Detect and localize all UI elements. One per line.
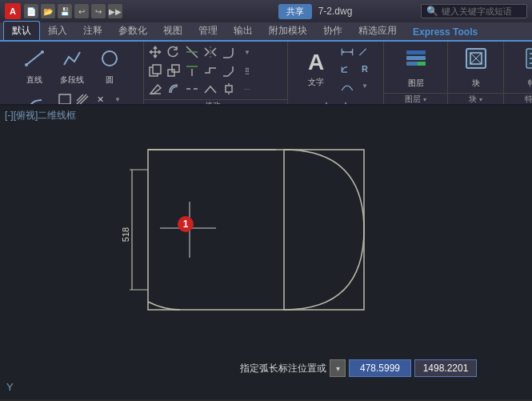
properties-button[interactable]: 特性 <box>508 45 533 90</box>
tab-view[interactable]: 视图 <box>155 22 190 40</box>
block-group-label[interactable]: 块 ▾ <box>448 93 503 105</box>
joinline-tool[interactable] <box>202 82 218 96</box>
search-box[interactable]: 🔍 <box>421 4 527 18</box>
group-layers: 图层 图层 ▾ <box>384 42 448 104</box>
tab-selectapply[interactable]: 精选应用 <box>350 22 405 40</box>
erase-tool[interactable] <box>147 82 163 96</box>
arc-button[interactable]: 圆弧 <box>18 93 53 106</box>
cmd-input2[interactable] <box>414 359 477 377</box>
array-tool[interactable]: ⣿ <box>239 63 255 78</box>
search-icon: 🔍 <box>426 6 438 17</box>
group-properties: 特性 特性 ▾ <box>504 42 532 104</box>
svg-line-0 <box>26 52 42 65</box>
modify-tools: ▼ ⣿ ⋯ <box>144 42 287 99</box>
hatch-tool[interactable] <box>74 92 90 106</box>
circle-button[interactable]: 圆 <box>92 45 127 90</box>
tab-insert[interactable]: 插入 <box>40 22 75 40</box>
more-draw[interactable]: ▼ <box>110 92 126 106</box>
properties-group-label[interactable]: 特性 ▾ <box>504 93 532 105</box>
dim-radius[interactable]: R <box>357 62 373 76</box>
tab-collaborate[interactable]: 协作 <box>315 22 350 40</box>
explode-tool[interactable] <box>221 82 237 96</box>
cmd-input1[interactable] <box>349 359 411 377</box>
stretch-tool[interactable] <box>202 63 218 78</box>
trim-tool[interactable] <box>184 45 200 59</box>
tab-output[interactable]: 输出 <box>226 22 261 40</box>
svg-rect-20 <box>172 65 179 72</box>
offset-tool[interactable] <box>166 82 182 96</box>
cmd-dropdown-btn[interactable]: ▾ <box>330 359 346 377</box>
rotate-tool[interactable] <box>166 45 182 59</box>
redo-icon[interactable]: ↪ <box>91 4 106 18</box>
command-bar: 指定弧长标注位置或 ▾ <box>240 359 477 377</box>
tab-default[interactable]: 默认 <box>3 21 40 40</box>
dim-more[interactable]: ▼ <box>357 78 373 93</box>
search-input[interactable] <box>442 6 522 16</box>
tab-addon[interactable]: 附加模块 <box>261 22 315 40</box>
svg-rect-18 <box>153 65 161 74</box>
break-tool[interactable] <box>184 82 200 96</box>
group-annotation: A 文字 R ▼ <box>288 42 384 104</box>
svg-line-37 <box>359 49 366 55</box>
svg-rect-44 <box>406 56 426 60</box>
text-label: 文字 <box>308 77 324 88</box>
chamfer-tool[interactable] <box>221 63 237 78</box>
canvas-area[interactable]: [-][俯视]二维线框 1 518 指定弧长标注位置或 ▾ Y <box>0 106 532 399</box>
dim-angular[interactable] <box>339 62 355 76</box>
title-toolbar: 📄 📂 💾 ↩ ↪ ▶▶ <box>24 4 122 18</box>
svg-point-3 <box>102 51 117 66</box>
scale-tool[interactable] <box>166 63 182 78</box>
move-tool[interactable] <box>147 45 163 59</box>
annotation-tools: A 文字 R ▼ <box>288 42 383 106</box>
open-icon[interactable]: 📂 <box>41 4 55 18</box>
svg-line-7 <box>77 94 83 101</box>
filename: 7-2.dwg <box>318 6 353 17</box>
text-button[interactable]: A 文字 <box>298 46 334 91</box>
polyline-icon <box>62 49 82 73</box>
undo-icon[interactable]: ↩ <box>74 4 89 18</box>
block-button[interactable]: 块 <box>452 45 500 90</box>
arc-icon <box>26 97 45 106</box>
rect-tool[interactable] <box>57 92 73 106</box>
dim-arc[interactable] <box>339 78 355 93</box>
block-label: 块 <box>472 78 480 89</box>
polyline-button[interactable]: 多段线 <box>54 45 90 90</box>
share-button[interactable]: 共享 <box>278 4 312 19</box>
tab-annotate[interactable]: 注释 <box>75 22 110 40</box>
extend-tool[interactable] <box>184 63 200 78</box>
mirror-tool[interactable] <box>202 45 218 59</box>
fillet-tool[interactable] <box>221 45 237 59</box>
more-modify[interactable]: ▼ <box>239 45 255 59</box>
layers-tools: 图层 <box>384 42 447 93</box>
tab-expresstools[interactable]: Express Tools <box>405 24 486 40</box>
tab-manage[interactable]: 管理 <box>190 22 226 40</box>
block-arrow: ▾ <box>479 96 482 103</box>
svg-point-2 <box>41 50 44 54</box>
modify-label: 修改 <box>205 100 221 106</box>
title-center: 共享 7-2.dwg <box>213 4 418 19</box>
point-tool[interactable]: ✕ <box>92 92 108 106</box>
line-button[interactable]: 直线 <box>17 45 52 90</box>
copy-tool[interactable] <box>147 63 163 78</box>
properties-icon <box>523 46 533 76</box>
save-icon[interactable]: 💾 <box>58 4 72 18</box>
drawing-svg <box>0 106 532 399</box>
tab-parametric[interactable]: 参数化 <box>110 22 155 40</box>
ribbon-tabs: 默认 插入 注释 参数化 视图 管理 输出 附加模块 协作 精选应用 Expre… <box>0 22 532 42</box>
command-prompt: 指定弧长标注位置或 <box>240 362 326 375</box>
text-icon: A <box>308 50 324 75</box>
circle-label: 圆 <box>106 74 114 86</box>
layers-button[interactable]: 图层 <box>388 45 444 90</box>
more-icon[interactable]: ▶▶ <box>108 4 122 18</box>
dim-linear[interactable] <box>339 45 355 59</box>
svg-point-1 <box>25 63 28 66</box>
modify-group-label[interactable]: 修改 ▾ <box>144 99 287 106</box>
title-bar: A 📄 📂 💾 ↩ ↪ ▶▶ 共享 7-2.dwg 🔍 <box>0 0 532 22</box>
layers-group-label[interactable]: 图层 ▾ <box>384 93 447 105</box>
block-tools: 块 <box>448 42 503 93</box>
dim-button[interactable]: 标注 <box>316 95 356 106</box>
new-icon[interactable]: 📄 <box>24 4 38 18</box>
dim-aligned[interactable] <box>357 45 373 59</box>
app-logo[interactable]: A <box>5 3 21 19</box>
lengthen-tool[interactable]: ⋯ <box>239 82 255 96</box>
